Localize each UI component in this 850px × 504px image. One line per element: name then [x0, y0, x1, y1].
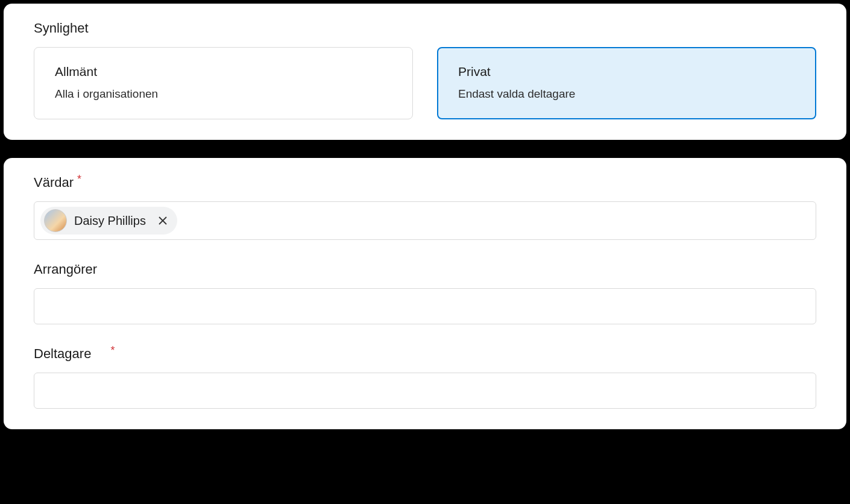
- hosts-field-group: Värdar * Daisy Phillips: [34, 175, 816, 240]
- people-panel: Värdar * Daisy Phillips Arrangörer D: [4, 158, 846, 429]
- host-chip: Daisy Phillips: [40, 207, 177, 235]
- required-indicator: *: [110, 345, 115, 356]
- visibility-option-private[interactable]: Privat Endast valda deltagare: [437, 47, 816, 119]
- host-chip-name: Daisy Phillips: [74, 214, 146, 228]
- participants-label: Deltagare *: [34, 346, 816, 362]
- participants-label-text: Deltagare: [34, 346, 91, 362]
- required-indicator: *: [77, 174, 81, 184]
- visibility-options: Allmänt Alla i organisationen Privat End…: [34, 47, 816, 119]
- close-icon[interactable]: [157, 215, 169, 227]
- hosts-label-text: Värdar: [34, 175, 74, 191]
- organizers-field-group: Arrangörer: [34, 262, 816, 324]
- visibility-title: Synlighet: [34, 20, 816, 36]
- visibility-option-general-description: Alla i organisationen: [55, 87, 392, 101]
- hosts-label: Värdar *: [34, 175, 816, 191]
- organizers-input[interactable]: [34, 288, 816, 324]
- organizers-label: Arrangörer: [34, 262, 816, 277]
- participants-field-group: Deltagare *: [34, 346, 816, 409]
- organizers-label-text: Arrangörer: [34, 262, 97, 277]
- avatar: [44, 209, 67, 232]
- visibility-option-private-title: Privat: [458, 65, 795, 79]
- visibility-panel: Synlighet Allmänt Alla i organisationen …: [4, 4, 846, 140]
- visibility-option-general[interactable]: Allmänt Alla i organisationen: [34, 47, 413, 119]
- hosts-input[interactable]: Daisy Phillips: [34, 201, 816, 240]
- visibility-option-private-description: Endast valda deltagare: [458, 87, 795, 101]
- visibility-option-general-title: Allmänt: [55, 65, 392, 79]
- participants-input[interactable]: [34, 373, 816, 409]
